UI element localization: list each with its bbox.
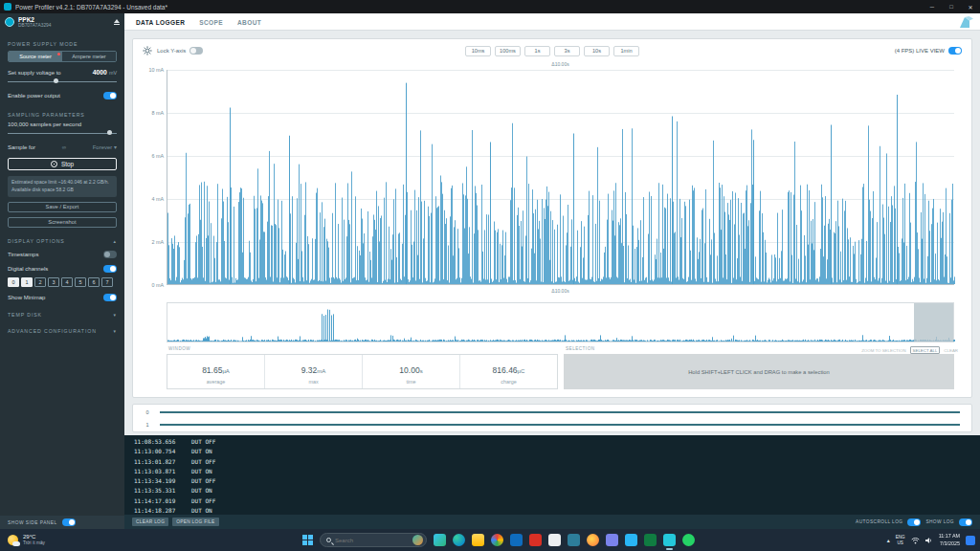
tab-data-logger[interactable]: DATA LOGGER [136,19,185,26]
show-log-toggle[interactable] [959,518,972,526]
taskbar-search[interactable] [320,533,427,547]
channel-7-button[interactable]: 7 [101,277,113,287]
digital-channels-toggle[interactable] [103,265,117,273]
stop-button[interactable]: Stop [8,158,117,170]
digital-signal-line [160,424,960,426]
device-selector[interactable]: PPK2 DB707A7A3294 [0,13,124,31]
taskbar-app-12-icon[interactable] [644,534,657,546]
voltage-slider[interactable] [8,77,117,85]
wifi-icon[interactable] [911,537,920,544]
taskbar-app-5-icon[interactable] [510,534,523,546]
select-all-button[interactable]: SELECT ALL [910,346,941,354]
sample-for-label: Sample for [8,144,35,150]
tab-scope[interactable]: SCOPE [199,19,223,26]
tab-about[interactable]: ABOUT [237,19,261,26]
search-input[interactable] [335,538,409,543]
selection-stats-label: SELECTION [566,346,595,351]
window-100ms-button[interactable]: 100ms [495,46,521,56]
notification-badge-icon[interactable] [966,536,975,545]
window-stats-label: WINDOW [168,346,190,351]
taskbar-app-11-icon[interactable] [625,534,637,546]
voltage-unit: mV [109,70,117,76]
sampling-rate-slider-thumb[interactable] [107,130,112,135]
live-view-toggle[interactable] [948,47,962,55]
minimap-view-region[interactable] [914,303,953,342]
taskbar-app-10-icon[interactable] [606,534,618,546]
clear-log-button[interactable]: CLEAR LOG [132,518,168,526]
minimap-canvas[interactable] [167,303,955,342]
temp-disk-header[interactable]: TEMP DISK▾ [8,312,117,318]
taskbar-app-8-icon[interactable] [568,534,580,546]
display-options-header[interactable]: DISPLAY OPTIONS▴ [8,238,117,244]
channel-1-button[interactable]: 1 [21,277,33,287]
timestamps-toggle[interactable] [103,251,117,258]
taskbar-app-3-icon[interactable] [472,534,484,546]
chart-settings-gear-icon[interactable] [143,46,152,55]
minimap[interactable] [167,302,954,342]
screenshot-button[interactable]: Screenshot [8,217,117,228]
save-export-button[interactable]: Save / Export [8,202,117,212]
device-serial: DB707A7A3294 [18,23,51,28]
speaker-icon[interactable] [925,537,933,544]
channel-2-button[interactable]: 2 [34,277,46,287]
selection-help-panel: Hold SHIFT+LEFT CLICK and DRAG to make a… [564,354,954,389]
clear-selection-button[interactable]: CLEAR [944,348,958,353]
digital-channels-label: Digital channels [8,266,48,272]
taskbar-app-7-icon[interactable] [548,534,561,546]
taskbar-weather-widget[interactable]: 29°C Trời ít mây [0,534,53,545]
window-10ms-button[interactable]: 10ms [465,46,491,56]
sample-for-value[interactable]: ∞ [62,144,66,150]
stop-icon [51,161,57,167]
taskbar-app-9-icon[interactable] [587,534,599,546]
time-window-buttons: 10ms 100ms 1s 3s 10s 1min [465,46,639,56]
taskbar-app-2-icon[interactable] [453,534,465,546]
channel-4-button[interactable]: 4 [61,277,73,287]
log-entry: 11:08:53.656DUT OFF [134,437,980,447]
taskbar-app-4-icon[interactable] [491,534,503,546]
sampling-rate-slider[interactable] [8,129,117,137]
show-side-panel-toggle[interactable] [62,518,76,526]
language-indicator[interactable]: ENGUS [896,535,905,545]
eject-device-button[interactable] [114,19,120,26]
ampere-meter-button[interactable]: Ampere meter [62,52,116,61]
window-1min-button[interactable]: 1min [613,46,639,56]
start-button[interactable] [302,535,313,545]
weather-desc: Trời ít mây [23,540,45,546]
current-chart-plot[interactable] [167,70,954,285]
taskbar-app-1-icon[interactable] [434,534,446,546]
chart-controls: Lock Y-axis 10ms 100ms 1s 3s 10s 1min (4… [143,44,962,57]
voltage-value[interactable]: 4000 [93,69,107,76]
lock-y-axis-toggle[interactable] [189,47,203,55]
window-3s-button[interactable]: 3s [554,46,580,56]
chevron-up-icon: ▴ [114,238,117,244]
channel-3-button[interactable]: 3 [48,277,59,287]
channel-0-button[interactable]: 0 [8,277,19,287]
show-log-label: SHOW LOG [925,519,954,524]
window-stats: 81.65µA average 9.32mA max 10.00s time 8… [167,354,558,389]
sample-for-unit-dropdown[interactable]: Forever ▾ [93,143,117,150]
show-minimap-toggle[interactable] [103,294,117,301]
maximize-button[interactable]: □ [942,0,961,13]
window-10s-button[interactable]: 10s [584,46,610,56]
taskbar-clock[interactable]: 11:17 AM7/3/2025 [939,533,960,546]
channel-5-button[interactable]: 5 [75,277,86,287]
autoscroll-log-toggle[interactable] [907,518,921,526]
main-chart-canvas[interactable] [167,69,955,284]
source-meter-button[interactable]: Source meter [9,52,62,61]
voltage-slider-thumb[interactable] [54,78,58,83]
stat-charge: 816.46µC charge [460,355,557,388]
window-1s-button[interactable]: 1s [524,46,550,56]
taskbar-app-6-icon[interactable] [529,534,542,546]
tray-overflow-chevron-icon[interactable]: ▴ [887,537,890,543]
window-controls: ─ □ ✕ [923,0,980,13]
advanced-configuration-header[interactable]: ADVANCED CONFIGURATION▾ [8,328,117,334]
taskbar-app-power-profiler-icon[interactable] [663,534,676,546]
close-button[interactable]: ✕ [961,0,980,13]
taskbar-app-14-icon[interactable] [682,534,695,546]
minimize-button[interactable]: ─ [923,0,942,13]
channel-6-button[interactable]: 6 [88,277,100,287]
enable-power-output-toggle[interactable] [103,92,117,99]
log-view[interactable]: 11:08:53.656DUT OFF 11:13:00.754DUT ON 1… [124,435,980,515]
zoom-to-selection-button[interactable]: ZOOM TO SELECTION [861,348,905,353]
open-log-file-button[interactable]: OPEN LOG FILE [172,518,218,526]
